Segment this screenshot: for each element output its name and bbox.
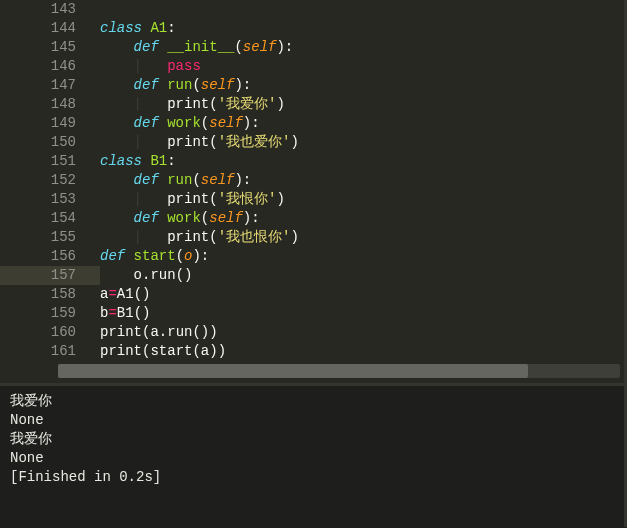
code-content[interactable]: a=A1()	[100, 285, 150, 304]
code-line[interactable]: 155 | print('我也恨你')	[0, 228, 624, 247]
code-content[interactable]: class A1:	[100, 19, 176, 38]
code-line[interactable]: 153 | print('我恨你')	[0, 190, 624, 209]
code-editor[interactable]: 143144class A1:145 def __init__(self):14…	[0, 0, 627, 386]
code-line[interactable]: 152 def run(self):	[0, 171, 624, 190]
code-content[interactable]: class B1:	[100, 152, 176, 171]
code-content[interactable]: def work(self):	[100, 209, 260, 228]
line-number[interactable]: 144	[0, 19, 100, 38]
line-number[interactable]: 152	[0, 171, 100, 190]
line-number[interactable]: 153	[0, 190, 100, 209]
line-number[interactable]: 147	[0, 76, 100, 95]
code-line[interactable]: 145 def __init__(self):	[0, 38, 624, 57]
line-number[interactable]: 149	[0, 114, 100, 133]
output-line: 我爱你	[10, 430, 614, 449]
output-line: 我爱你	[10, 392, 614, 411]
line-number[interactable]: 154	[0, 209, 100, 228]
code-content[interactable]: print(start(a))	[100, 342, 226, 361]
output-line: [Finished in 0.2s]	[10, 468, 614, 487]
code-line[interactable]: 146 | pass	[0, 57, 624, 76]
line-number[interactable]: 157	[0, 266, 100, 285]
output-line: None	[10, 411, 614, 430]
line-number[interactable]: 156	[0, 247, 100, 266]
code-content[interactable]: def work(self):	[100, 114, 260, 133]
code-line[interactable]: 157 o.run()	[0, 266, 624, 285]
code-line[interactable]: 148 | print('我爱你')	[0, 95, 624, 114]
code-content[interactable]: | print('我爱你')	[100, 95, 285, 114]
line-number[interactable]: 143	[0, 0, 100, 19]
code-line[interactable]: 158a=A1()	[0, 285, 624, 304]
line-number[interactable]: 151	[0, 152, 100, 171]
horizontal-scrollbar[interactable]	[2, 363, 622, 379]
code-content[interactable]: o.run()	[100, 266, 192, 285]
code-content[interactable]: | print('我也恨你')	[100, 228, 299, 247]
line-number[interactable]: 161	[0, 342, 100, 361]
code-line[interactable]: 160print(a.run())	[0, 323, 624, 342]
code-line[interactable]: 159b=B1()	[0, 304, 624, 323]
code-line[interactable]: 150 | print('我也爱你')	[0, 133, 624, 152]
output-line: None	[10, 449, 614, 468]
code-content[interactable]: | pass	[100, 57, 201, 76]
code-content[interactable]: print(a.run())	[100, 323, 218, 342]
code-line[interactable]: 154 def work(self):	[0, 209, 624, 228]
line-number[interactable]: 160	[0, 323, 100, 342]
code-content[interactable]: def run(self):	[100, 76, 251, 95]
line-number[interactable]: 148	[0, 95, 100, 114]
code-content[interactable]: def start(o):	[100, 247, 209, 266]
code-line[interactable]: 144class A1:	[0, 19, 624, 38]
code-line[interactable]: 151class B1:	[0, 152, 624, 171]
output-panel: 我爱你None我爱你None[Finished in 0.2s]	[0, 386, 627, 527]
code-line[interactable]: 147 def run(self):	[0, 76, 624, 95]
line-number[interactable]: 155	[0, 228, 100, 247]
code-area[interactable]: 143144class A1:145 def __init__(self):14…	[0, 0, 624, 362]
code-content[interactable]: | print('我恨你')	[100, 190, 285, 209]
scroll-thumb[interactable]	[58, 364, 528, 378]
code-line[interactable]: 161print(start(a))	[0, 342, 624, 361]
code-content[interactable]: b=B1()	[100, 304, 150, 323]
code-content[interactable]: def run(self):	[100, 171, 251, 190]
code-content[interactable]: | print('我也爱你')	[100, 133, 299, 152]
line-number[interactable]: 146	[0, 57, 100, 76]
line-number[interactable]: 158	[0, 285, 100, 304]
line-number[interactable]: 159	[0, 304, 100, 323]
code-line[interactable]: 149 def work(self):	[0, 114, 624, 133]
code-line[interactable]: 143	[0, 0, 624, 19]
line-number[interactable]: 145	[0, 38, 100, 57]
code-line[interactable]: 156def start(o):	[0, 247, 624, 266]
line-number[interactable]: 150	[0, 133, 100, 152]
code-content[interactable]: def __init__(self):	[100, 38, 293, 57]
